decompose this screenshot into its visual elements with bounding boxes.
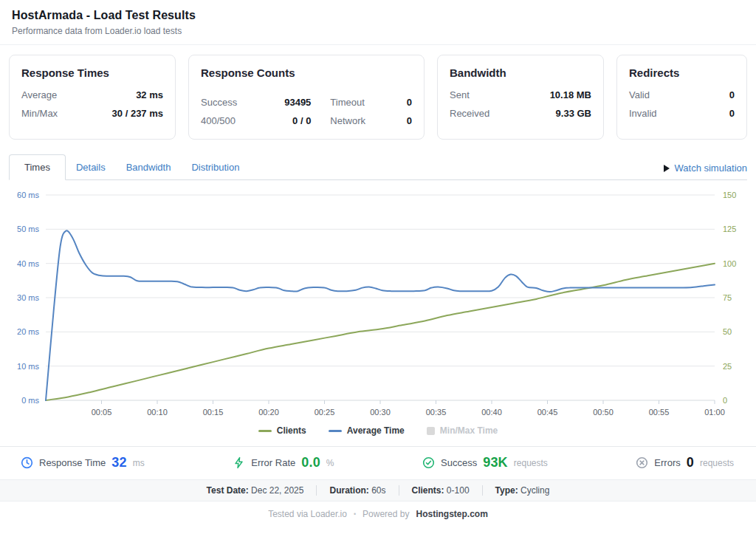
svg-text:100: 100	[723, 259, 736, 268]
legend-item-minmax-time[interactable]: Min/Max Time	[427, 425, 498, 436]
stat-row: Success 93495	[201, 97, 311, 108]
clients-value: 0-100	[447, 485, 470, 496]
errors-icon	[636, 456, 648, 469]
svg-text:00:25: 00:25	[315, 408, 335, 417]
summary-cards: Response Times Average 32 ms Min/Max 30 …	[0, 45, 756, 149]
page-subtitle: Performance data from Loader.io load tes…	[12, 26, 744, 36]
svg-text:00:55: 00:55	[649, 408, 670, 417]
stat-row: Average 32 ms	[21, 89, 163, 100]
stat-label: Network	[330, 115, 365, 126]
kpi-response-time: Response Time 32 ms	[21, 455, 145, 470]
stat-value: 0	[407, 97, 412, 108]
stat-row: Timeout 0	[330, 97, 412, 108]
stat-value: 0	[407, 115, 412, 126]
tab-bandwidth[interactable]: Bandwidth	[116, 155, 182, 179]
test-date: Test Date: Dec 22, 2025	[194, 485, 317, 496]
stat-label: Sent	[450, 89, 470, 100]
card-redirects: Redirects Valid 0 Invalid 0	[616, 55, 747, 140]
stat-label: Invalid	[629, 108, 657, 119]
card-title: Response Counts	[201, 66, 412, 79]
svg-text:00:45: 00:45	[537, 408, 558, 417]
test-type: Type: Cycling	[483, 485, 563, 496]
legend-item-clients[interactable]: Clients	[258, 425, 306, 436]
kpi-unit: ms	[133, 458, 145, 468]
svg-text:40 ms: 40 ms	[17, 259, 39, 268]
separator-dot: •	[354, 510, 356, 518]
kpi-errors: Errors 0 requests	[636, 455, 734, 470]
svg-text:150: 150	[723, 191, 736, 199]
minmax-box-swatch	[427, 427, 435, 435]
stat-label: 400/500	[201, 115, 236, 126]
svg-text:0 ms: 0 ms	[21, 396, 39, 405]
svg-text:0: 0	[723, 396, 727, 405]
legend-label: Clients	[277, 425, 306, 436]
page-header: HostArmada - Load Test Results Performan…	[0, 0, 756, 45]
svg-text:00:35: 00:35	[426, 408, 447, 417]
tab-times[interactable]: Times	[9, 154, 66, 180]
success-icon	[422, 456, 435, 469]
kpi-value: 93K	[483, 455, 508, 470]
kpi-label: Response Time	[39, 457, 106, 468]
powered-by-brand: Hostingstep.com	[416, 509, 487, 519]
svg-text:125: 125	[723, 225, 736, 233]
legend-item-average-time[interactable]: Average Time	[329, 425, 405, 436]
kpi-value: 32	[111, 455, 126, 470]
kpi-unit: requests	[514, 458, 548, 468]
svg-text:01:00: 01:00	[704, 408, 725, 417]
page-footer: Tested via Loader.io • Powered by Hostin…	[0, 502, 756, 527]
svg-text:25: 25	[723, 362, 732, 371]
stat-value: 0	[729, 108, 735, 119]
kpi-label: Error Rate	[251, 457, 295, 468]
svg-text:00:10: 00:10	[147, 408, 168, 417]
card-response-counts: Response Counts Success 93495 Timeout 0 …	[188, 55, 425, 140]
stat-row: Network 0	[330, 115, 412, 126]
watch-simulation-label: Watch simulation	[675, 162, 748, 174]
load-test-chart: 0 ms10 ms20 ms30 ms40 ms50 ms60 ms025507…	[0, 183, 756, 424]
svg-text:75: 75	[723, 293, 732, 302]
card-title: Redirects	[629, 66, 735, 79]
svg-text:00:30: 00:30	[370, 408, 391, 417]
tab-distribution[interactable]: Distribution	[181, 155, 250, 179]
clock-icon	[21, 456, 33, 469]
kpi-value: 0.0	[301, 455, 320, 470]
error-rate-icon	[233, 456, 245, 469]
svg-text:30 ms: 30 ms	[17, 293, 39, 302]
stat-value: 0 / 0	[292, 115, 311, 126]
card-bandwidth: Bandwidth Sent 10.18 MB Received 9.33 GB	[437, 55, 604, 140]
tab-details[interactable]: Details	[66, 155, 116, 179]
stat-value: 32 ms	[136, 89, 163, 100]
test-date-value: Dec 22, 2025	[251, 485, 303, 496]
type-value: Cycling	[520, 485, 549, 496]
stat-row: Invalid 0	[629, 108, 735, 119]
svg-text:00:15: 00:15	[203, 408, 224, 417]
svg-text:00:05: 00:05	[92, 408, 112, 417]
svg-text:50 ms: 50 ms	[17, 225, 39, 233]
stat-value: 9.33 GB	[556, 108, 591, 119]
stat-label: Valid	[629, 89, 650, 100]
legend-label: Average Time	[347, 425, 405, 436]
stat-value: 30 / 237 ms	[112, 108, 163, 119]
kpi-value: 0	[687, 455, 694, 470]
svg-text:60 ms: 60 ms	[17, 191, 39, 199]
stat-label: Timeout	[330, 97, 364, 108]
stat-row: Valid 0	[629, 89, 735, 100]
average-time-line-swatch	[329, 430, 342, 432]
card-title: Bandwidth	[450, 66, 591, 79]
page-title: HostArmada - Load Test Results	[12, 9, 744, 22]
card-title: Response Times	[21, 66, 163, 79]
svg-text:50: 50	[723, 327, 732, 336]
watch-simulation-link[interactable]: Watch simulation	[664, 162, 748, 179]
chart-tabs: Times Details Bandwidth Distribution Wat…	[9, 154, 747, 180]
play-icon	[664, 165, 670, 172]
kpi-label: Success	[441, 457, 477, 468]
kpi-unit: %	[326, 458, 334, 468]
svg-text:00:20: 00:20	[258, 408, 279, 417]
stat-value: 0	[729, 89, 735, 100]
svg-text:00:40: 00:40	[481, 408, 502, 417]
kpi-bar: Response Time 32 ms Error Rate 0.0 % Suc…	[0, 446, 756, 479]
svg-text:20 ms: 20 ms	[17, 327, 39, 336]
test-info-bar: Test Date: Dec 22, 2025 Duration: 60s Cl…	[0, 479, 756, 502]
kpi-success: Success 93K requests	[422, 455, 548, 470]
kpi-unit: requests	[700, 458, 734, 468]
duration-value: 60s	[371, 485, 385, 496]
